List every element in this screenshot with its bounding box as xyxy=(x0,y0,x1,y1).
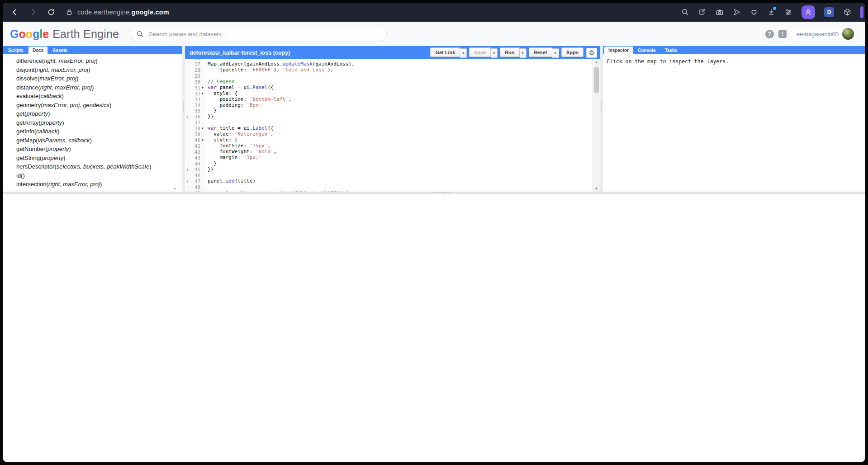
cube-icon[interactable] xyxy=(843,8,851,16)
save-button[interactable]: Save xyxy=(469,47,491,57)
script-title: deforestasi_kalbar-forest_loss (copy) xyxy=(188,50,428,56)
sidebar-pill[interactable] xyxy=(860,6,863,18)
code-editor: deforestasi_kalbar-forest_loss (copy) Ge… xyxy=(185,46,600,192)
doc-item[interactable]: dissolve(maxError, proj) xyxy=(3,74,182,83)
code-line-34[interactable]: 34 padding: '5px;' xyxy=(185,103,600,108)
help-icon[interactable]: ? xyxy=(765,30,774,38)
tab-tasks[interactable]: Tasks xyxy=(660,47,681,54)
download-icon[interactable] xyxy=(767,8,775,16)
save-dropdown[interactable]: ▼ xyxy=(491,48,498,58)
address-bar[interactable]: code.earthengine.google.com xyxy=(77,9,169,16)
editor-scrollbar[interactable]: ▲ ▼ xyxy=(593,59,600,192)
edit-icon[interactable] xyxy=(698,8,707,16)
doc-item[interactable]: geometry(maxError, proj, geodesics) xyxy=(3,101,182,110)
google-logo: Google xyxy=(10,28,49,41)
username: ee-bagasanin00 xyxy=(797,31,839,38)
code-line-29[interactable]: 29 xyxy=(185,73,600,79)
scripts-docs-panel: ScriptsDocsAssets difference(right, maxE… xyxy=(3,46,182,192)
doc-item[interactable]: difference(right, maxError, proj) xyxy=(3,56,182,66)
find-icon[interactable] xyxy=(681,8,689,16)
editor-header: deforestasi_kalbar-forest_loss (copy) Ge… xyxy=(185,46,600,59)
code-line-44[interactable]: 44 } xyxy=(185,161,600,167)
scroll-up-icon[interactable]: ▲ xyxy=(593,60,600,64)
search-box[interactable] xyxy=(131,27,387,41)
docs-list: difference(right, maxError, proj)disjoin… xyxy=(3,54,182,192)
code-line-28[interactable]: 28 {palette: 'FF00FF'}, 'Gain and Loss')… xyxy=(185,67,600,73)
code-line-39[interactable]: 39 value: 'Keterangan', xyxy=(185,132,600,137)
tab-scripts[interactable]: Scripts xyxy=(4,47,28,54)
tab-console[interactable]: Console xyxy=(634,47,659,54)
code-line-36[interactable]: i36}) xyxy=(185,114,600,120)
product-name: Earth Engine xyxy=(52,28,119,41)
feedback-icon[interactable]: ! xyxy=(778,30,787,38)
search-icon xyxy=(137,31,143,38)
download-badge xyxy=(773,7,776,10)
doc-item[interactable]: getString(property) xyxy=(3,154,182,163)
left-tabstrip: ScriptsDocsAssets xyxy=(3,46,182,54)
share-icon[interactable] xyxy=(733,8,741,16)
inspector-message: Click on the map to inspect the layers. xyxy=(603,54,865,69)
user-chip[interactable]: ee-bagasanin00 xyxy=(791,27,855,41)
apps-button[interactable]: Apps xyxy=(561,47,584,57)
back-icon[interactable] xyxy=(11,8,19,16)
code-line-45[interactable]: i45}) xyxy=(185,167,600,173)
scroll-thumb[interactable] xyxy=(594,67,599,93)
search-input[interactable] xyxy=(148,30,381,38)
editor-body[interactable]: 2627Map.addLayer(gainAndLoss.updateMask(… xyxy=(185,59,600,192)
doc-item[interactable]: getNumber(property) xyxy=(3,145,182,154)
doc-item[interactable]: getInfo(callback) xyxy=(3,127,182,136)
inspector-panel: InspectorConsoleTasks Click on the map t… xyxy=(603,46,865,192)
tab-assets[interactable]: Assets xyxy=(48,47,71,54)
camera-icon[interactable] xyxy=(716,8,724,16)
tune-icon[interactable] xyxy=(784,8,792,16)
profile-button[interactable] xyxy=(802,5,815,19)
left-splitter[interactable] xyxy=(182,46,185,192)
heart-icon[interactable] xyxy=(750,8,758,16)
tab-docs[interactable]: Docs xyxy=(28,47,47,54)
screen: code.earthengine.google.com D Google Ear… xyxy=(0,0,868,465)
right-splitter[interactable] xyxy=(600,46,603,192)
gee-logo: Google Earth Engine xyxy=(10,28,119,41)
code-line-47[interactable]: i47panel.add(title) xyxy=(185,178,600,184)
doc-item[interactable]: evaluate(callback) xyxy=(3,92,182,101)
tab-inspector[interactable]: Inspector xyxy=(604,47,633,54)
code-line-35[interactable]: 35 } xyxy=(185,108,600,114)
map-splitter[interactable] xyxy=(3,192,865,194)
lock-icon xyxy=(65,8,73,16)
doc-item[interactable]: get(property) xyxy=(3,109,182,118)
scroll-down-icon[interactable]: ⌄ xyxy=(172,184,177,191)
doc-item[interactable]: getMap(visParams, callback) xyxy=(3,136,182,145)
run-button[interactable]: Run xyxy=(500,47,519,57)
browser-window: code.earthengine.google.com D Google Ear… xyxy=(3,3,865,462)
get-link-button[interactable]: Get Link xyxy=(430,47,460,57)
reset-button[interactable]: Reset xyxy=(529,47,552,57)
doc-item[interactable]: distance(right, maxError, proj) xyxy=(3,83,182,92)
right-tabstrip: InspectorConsoleTasks xyxy=(603,46,865,54)
doc-item[interactable]: disjoint(right, maxError, proj) xyxy=(3,66,182,75)
doc-item[interactable]: intersection(right, maxError, proj) xyxy=(3,180,182,189)
extension-d-icon[interactable]: D xyxy=(824,7,834,17)
run-dropdown[interactable]: ▼ xyxy=(520,48,526,58)
avatar xyxy=(842,28,854,40)
get-link-dropdown[interactable]: ▼ xyxy=(460,48,467,58)
doc-item[interactable]: hersDescriptor(selectors, buckets, peakW… xyxy=(3,162,182,171)
editor-settings-button[interactable]: ⚙ xyxy=(586,48,597,58)
doc-item[interactable]: id() xyxy=(3,171,182,180)
reset-dropdown[interactable]: ▼ xyxy=(552,48,559,58)
code-line-31[interactable]: 31▼var panel = ui.Panel({ xyxy=(185,85,600,91)
code-line-43[interactable]: 43 margin: '1px;' xyxy=(185,155,600,161)
workspace: ScriptsDocsAssets difference(right, maxE… xyxy=(3,46,865,192)
browser-chrome: code.earthengine.google.com D xyxy=(3,3,865,22)
doc-item[interactable]: getArray(property) xyxy=(3,118,182,127)
gee-header: Google Earth Engine ? ! ee-bagasanin00 xyxy=(3,22,865,46)
reload-icon[interactable] xyxy=(47,8,55,16)
forward-icon[interactable] xyxy=(29,8,37,16)
scroll-down-icon[interactable]: ▼ xyxy=(593,187,600,191)
